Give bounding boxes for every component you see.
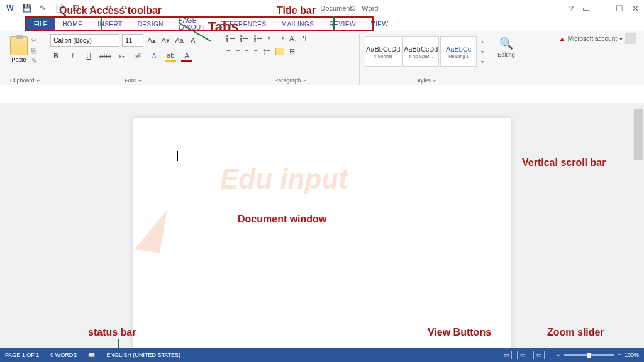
font-name-select[interactable]: [50, 34, 119, 47]
tabs-bar: FILE HOME INSERT DESIGN PAGE LAYOUT REFE…: [25, 16, 374, 31]
help-icon[interactable]: ?: [569, 4, 574, 13]
tab-view[interactable]: VIEW: [364, 18, 396, 30]
text-cursor: [177, 151, 178, 161]
text-effects-icon[interactable]: A: [148, 50, 160, 62]
maximize-icon[interactable]: ☐: [616, 4, 623, 13]
view-read-icon[interactable]: ▭: [501, 351, 512, 359]
style-no-spacing[interactable]: AaBbCcDd¶ No Spac...: [402, 36, 439, 67]
watermark: Edu input: [220, 163, 348, 195]
document-page[interactable]: [133, 118, 511, 348]
minimize-icon[interactable]: —: [599, 4, 607, 13]
borders-icon[interactable]: ⊞: [289, 47, 295, 55]
copy-icon[interactable]: ⎘: [31, 47, 37, 55]
tab-home[interactable]: HOME: [55, 18, 90, 30]
annot-vscroll: Vertical scroll bar: [522, 157, 606, 168]
account-area[interactable]: ▲Microsoft account▾: [559, 33, 636, 44]
title-bar: Document3 - Word: [136, 4, 563, 12]
editing-label: Editing: [497, 52, 515, 58]
ribbon: Paste ✂ ⎘ ✎ Clipboard⌐ A▴ A▾ Aa A̸ B I: [0, 31, 644, 85]
zoom-slider: − + 100%: [556, 352, 639, 358]
sort-icon[interactable]: A↓: [289, 35, 297, 42]
ribbon-options-icon[interactable]: ▭: [582, 4, 590, 13]
group-paragraph: ⇤ ⇥ A↓ ¶ ≡ ≡ ≡ ≡ ‡≡ ⊞ Paragraph⌐: [221, 34, 360, 85]
group-styles-label: Styles: [416, 77, 431, 84]
align-center-icon[interactable]: ≡: [236, 48, 240, 55]
font-color-button[interactable]: A: [181, 50, 192, 62]
annot-qat-line: [101, 16, 102, 31]
styles-dialog-icon[interactable]: ⌐: [433, 78, 436, 84]
annot-qat: Quick Access toolbar: [59, 5, 162, 16]
group-paragraph-label: Paragraph: [274, 77, 301, 84]
tab-file[interactable]: FILE: [26, 18, 55, 30]
scrollbar-thumb[interactable]: [634, 109, 643, 160]
font-size-select[interactable]: [122, 34, 143, 47]
shading-icon[interactable]: [275, 48, 284, 55]
multilevel-icon[interactable]: [254, 35, 263, 42]
status-words[interactable]: 0 WORDS: [50, 352, 77, 358]
strike-button[interactable]: abc: [99, 50, 111, 62]
close-icon[interactable]: ✕: [632, 4, 639, 13]
save-icon[interactable]: 💾: [21, 3, 31, 13]
qat-button-1[interactable]: ✎: [38, 3, 48, 13]
paragraph-dialog-icon[interactable]: ⌐: [303, 78, 306, 84]
group-clipboard: Paste ✂ ⎘ ✎ Clipboard⌐: [5, 34, 45, 85]
format-painter-icon[interactable]: ✎: [31, 57, 37, 65]
style-heading1[interactable]: AaBbCcHeading 1: [440, 36, 477, 67]
justify-icon[interactable]: ≡: [253, 48, 257, 55]
bullets-icon[interactable]: [226, 35, 235, 42]
tab-mailings[interactable]: MAILINGS: [274, 18, 322, 30]
vertical-scrollbar[interactable]: [634, 103, 643, 348]
annot-viewbtns: View Buttons: [428, 327, 491, 338]
annot-docwin: Document window: [238, 214, 326, 225]
annot-zoom: Zoom slider: [547, 327, 604, 338]
italic-button[interactable]: I: [67, 50, 78, 62]
view-print-icon[interactable]: ▭: [517, 351, 528, 359]
zoom-thumb[interactable]: [587, 353, 591, 358]
clipboard-dialog-icon[interactable]: ⌐: [37, 78, 40, 84]
styles-more-icon[interactable]: ▴▾▾: [478, 36, 487, 67]
annot-titlebar-line: [333, 16, 335, 30]
status-bar: PAGE 1 OF 1 0 WORDS 📖 ENGLISH (UNITED ST…: [0, 348, 644, 362]
shrink-font-icon[interactable]: A▾: [160, 35, 171, 46]
decrease-indent-icon[interactable]: ⇤: [268, 34, 274, 42]
group-clipboard-label: Clipboard: [10, 77, 35, 84]
find-button[interactable]: 🔍 Editing: [497, 36, 515, 58]
annot-statusbar-line: [118, 339, 119, 349]
word-icon: W: [5, 3, 15, 13]
tab-design[interactable]: DESIGN: [130, 18, 171, 30]
clear-format-icon[interactable]: A̸: [187, 35, 199, 46]
font-dialog-icon[interactable]: ⌐: [138, 78, 142, 84]
cut-icon[interactable]: ✂: [31, 36, 37, 45]
zoom-value-label[interactable]: 100%: [625, 352, 639, 358]
line-spacing-icon[interactable]: ‡≡: [263, 48, 271, 55]
account-label: Microsoft account: [568, 35, 617, 42]
paste-button[interactable]: Paste: [10, 36, 28, 63]
tab-review[interactable]: REVIEW: [321, 18, 363, 30]
status-page[interactable]: PAGE 1 OF 1: [5, 352, 39, 358]
style-normal[interactable]: AaBbCcDd¶ Normal: [365, 36, 401, 67]
annot-statusbar: status bar: [88, 327, 136, 338]
grow-font-icon[interactable]: A▴: [146, 35, 157, 46]
highlight-button[interactable]: ab: [165, 50, 176, 62]
zoom-track[interactable]: [564, 354, 614, 356]
document-area: [0, 103, 644, 348]
superscript-button[interactable]: x²: [132, 50, 143, 62]
underline-button[interactable]: U: [83, 50, 94, 62]
change-case-icon[interactable]: Aa: [174, 35, 185, 46]
numbering-icon[interactable]: [240, 35, 249, 42]
view-web-icon[interactable]: ▭: [533, 351, 545, 359]
zoom-out-icon[interactable]: −: [556, 352, 559, 358]
tab-insert[interactable]: INSERT: [90, 18, 130, 30]
subscript-button[interactable]: x₂: [116, 50, 127, 62]
group-styles: AaBbCcDd¶ Normal AaBbCcDd¶ No Spac... Aa…: [360, 34, 492, 85]
align-right-icon[interactable]: ≡: [245, 48, 248, 55]
bold-button[interactable]: B: [50, 50, 62, 62]
align-left-icon[interactable]: ≡: [226, 48, 230, 55]
show-marks-icon[interactable]: ¶: [303, 35, 306, 42]
zoom-in-icon[interactable]: +: [618, 352, 621, 358]
tab-page-layout[interactable]: PAGE LAYOUT: [171, 18, 213, 30]
status-proofing-icon[interactable]: 📖: [88, 352, 95, 358]
annot-tabs: Tabs: [208, 19, 239, 35]
status-language[interactable]: ENGLISH (UNITED STATES): [106, 352, 180, 358]
increase-indent-icon[interactable]: ⇥: [279, 34, 284, 42]
